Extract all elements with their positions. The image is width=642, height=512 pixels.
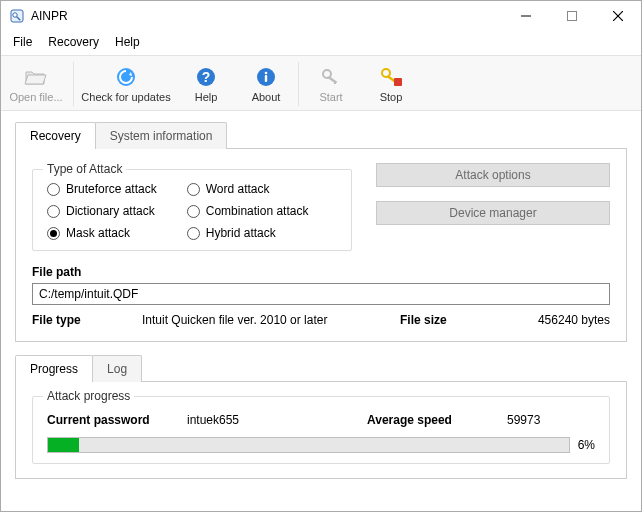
open-file-label: Open file...: [9, 91, 62, 103]
radio-mask[interactable]: Mask attack: [47, 226, 157, 240]
main-window: AINPR File Recovery Help Open file... Ch…: [0, 0, 642, 512]
file-size-value: 456240 bytes: [480, 313, 610, 327]
about-label: About: [252, 91, 281, 103]
file-path-label: File path: [32, 265, 610, 279]
app-icon: [9, 8, 25, 24]
file-size-label: File size: [400, 313, 480, 327]
svg-point-11: [265, 72, 268, 75]
key-start-icon: [319, 65, 343, 89]
stop-label: Stop: [380, 91, 403, 103]
menu-recovery[interactable]: Recovery: [42, 33, 105, 51]
device-manager-button[interactable]: Device manager: [376, 201, 610, 225]
key-stop-icon: [379, 65, 403, 89]
tab-log[interactable]: Log: [92, 355, 142, 382]
progress-tabs: Progress Log: [15, 354, 627, 382]
attack-progress-title: Attack progress: [43, 389, 134, 403]
minimize-button[interactable]: [503, 1, 549, 31]
close-button[interactable]: [595, 1, 641, 31]
check-updates-button[interactable]: Check for updates: [76, 58, 176, 110]
tab-system-information[interactable]: System information: [95, 122, 228, 149]
progress-bar-fill: [48, 438, 79, 452]
file-path-input[interactable]: [32, 283, 610, 305]
folder-open-icon: [24, 65, 48, 89]
menu-file[interactable]: File: [7, 33, 38, 51]
maximize-button[interactable]: [549, 1, 595, 31]
recovery-panel: Type of Attack Bruteforce attack Diction…: [15, 149, 627, 342]
file-type-label: File type: [32, 313, 142, 327]
attack-type-group: Type of Attack Bruteforce attack Diction…: [32, 169, 352, 251]
attack-type-title: Type of Attack: [43, 162, 126, 176]
svg-point-1: [13, 13, 17, 17]
title-bar: AINPR: [1, 1, 641, 31]
file-type-value: Intuit Quicken file ver. 2010 or later: [142, 313, 400, 327]
open-file-button[interactable]: Open file...: [1, 58, 71, 110]
radio-hybrid[interactable]: Hybrid attack: [187, 226, 309, 240]
menu-bar: File Recovery Help: [1, 31, 641, 55]
svg-rect-19: [394, 78, 402, 86]
menu-help[interactable]: Help: [109, 33, 146, 51]
about-button[interactable]: About: [236, 58, 296, 110]
average-speed-label: Average speed: [367, 413, 507, 427]
progress-panel: Attack progress Current password intuek6…: [15, 382, 627, 479]
attack-options-button[interactable]: Attack options: [376, 163, 610, 187]
main-tabs: Recovery System information: [15, 121, 627, 149]
help-icon: ?: [194, 65, 218, 89]
toolbar: Open file... Check for updates ? Help Ab…: [1, 55, 641, 111]
svg-text:?: ?: [202, 69, 211, 85]
tab-progress[interactable]: Progress: [15, 355, 93, 382]
info-icon: [254, 65, 278, 89]
check-updates-label: Check for updates: [81, 91, 170, 103]
start-button[interactable]: Start: [301, 58, 361, 110]
svg-rect-15: [334, 81, 336, 84]
radio-combination[interactable]: Combination attack: [187, 204, 309, 218]
current-password-value: intuek655: [187, 413, 367, 427]
progress-bar: [47, 437, 570, 453]
radio-word[interactable]: Word attack: [187, 182, 309, 196]
content-area: Recovery System information Type of Atta…: [1, 111, 641, 511]
svg-rect-4: [568, 12, 577, 21]
radio-dictionary[interactable]: Dictionary attack: [47, 204, 157, 218]
stop-button[interactable]: Stop: [361, 58, 421, 110]
refresh-icon: [114, 65, 138, 89]
svg-rect-12: [265, 75, 267, 82]
window-title: AINPR: [31, 9, 68, 23]
average-speed-value: 59973: [507, 413, 540, 427]
radio-bruteforce[interactable]: Bruteforce attack: [47, 182, 157, 196]
current-password-label: Current password: [47, 413, 187, 427]
start-label: Start: [319, 91, 342, 103]
attack-progress-group: Attack progress Current password intuek6…: [32, 396, 610, 464]
help-label: Help: [195, 91, 218, 103]
tab-recovery[interactable]: Recovery: [15, 122, 96, 149]
help-button[interactable]: ? Help: [176, 58, 236, 110]
progress-percent: 6%: [578, 438, 595, 452]
